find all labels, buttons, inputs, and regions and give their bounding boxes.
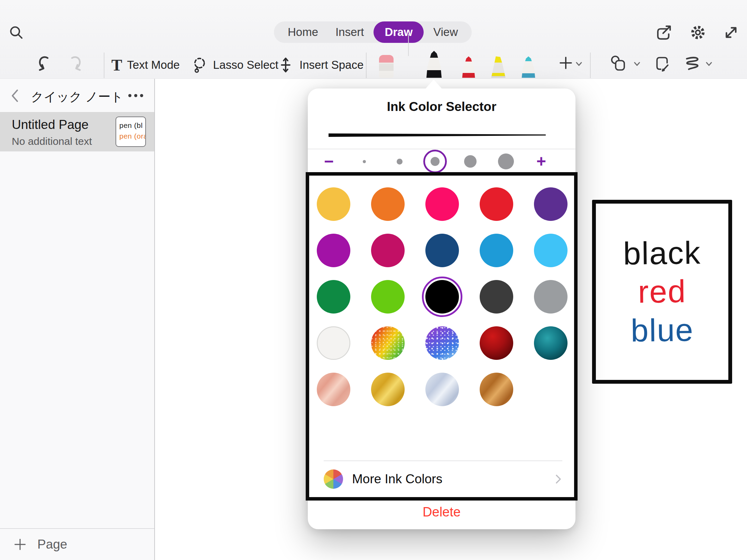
ink-replay-button[interactable] <box>683 55 701 73</box>
decrease-size-button[interactable]: − <box>321 153 337 170</box>
sidebar: クイック ノート Untitled Page No additional tex… <box>0 79 155 560</box>
size-dot-2[interactable] <box>392 153 408 169</box>
page-list-item[interactable]: Untitled Page No additional text pen (bl… <box>0 112 154 151</box>
notebook-menu-button[interactable] <box>128 94 143 97</box>
swatch-lime-green[interactable] <box>371 280 405 314</box>
pen-divider <box>408 34 409 56</box>
pen-red[interactable] <box>461 56 476 78</box>
swatch-sky-blue[interactable] <box>534 234 568 267</box>
fullscreen-button[interactable] <box>721 23 741 42</box>
pencil-teal[interactable] <box>521 56 536 78</box>
undo-icon <box>35 55 53 73</box>
expand-icon <box>721 23 741 42</box>
add-pen-chevron[interactable] <box>575 61 583 67</box>
shapes-icon <box>610 55 628 73</box>
shapes-button[interactable] <box>610 55 628 73</box>
lasso-select-label: Lasso Select <box>213 58 278 72</box>
size-dot-1[interactable] <box>356 153 372 169</box>
popup-tail <box>425 80 442 89</box>
ink-annotation-button[interactable] <box>654 55 672 73</box>
ink-drawing-box: blackredblue <box>592 200 732 384</box>
search-button[interactable] <box>8 24 26 42</box>
swatch-rainbow-glitter[interactable] <box>371 326 405 360</box>
top-bar: HomeInsertDrawView T Text Mod <box>0 0 747 79</box>
ink-word-blue: blue <box>630 312 694 348</box>
ink-annotation-icon <box>654 55 672 73</box>
ribbon-divider <box>590 53 591 78</box>
size-dot-fill <box>431 157 440 166</box>
size-dot-3[interactable] <box>427 153 443 169</box>
swatch-dark-gray[interactable] <box>480 280 513 314</box>
swatch-white[interactable] <box>317 326 350 360</box>
tab-insert[interactable]: Insert <box>328 21 372 43</box>
tab-home[interactable]: Home <box>280 21 326 43</box>
ink-replay-chevron[interactable] <box>705 61 713 67</box>
size-dot-fill <box>464 155 477 168</box>
chevron-down-icon <box>575 61 583 67</box>
swatch-gold[interactable] <box>371 373 405 406</box>
swatch-red[interactable] <box>480 187 513 221</box>
pen-rack <box>379 0 536 78</box>
shapes-chevron[interactable] <box>633 61 641 67</box>
swatch-navy-blue[interactable] <box>425 234 459 267</box>
divider <box>308 149 575 149</box>
share-icon <box>655 23 674 42</box>
swatch-yellow[interactable] <box>317 187 350 221</box>
undo-button[interactable] <box>35 55 53 73</box>
redo-button[interactable] <box>66 55 84 73</box>
add-page-button[interactable]: Page <box>0 528 154 560</box>
popup-title: Ink Color Selector <box>308 100 575 114</box>
swatch-red-marble[interactable] <box>480 326 513 360</box>
size-dot-4[interactable] <box>462 153 478 169</box>
ink-color-selector-popup: Ink Color Selector − + More Ink Colors D… <box>308 88 575 529</box>
insert-space-icon <box>277 56 295 74</box>
settings-button[interactable] <box>688 23 708 42</box>
swatch-silver[interactable] <box>425 373 459 406</box>
share-button[interactable] <box>655 23 674 42</box>
eraser[interactable] <box>379 55 394 78</box>
chevron-right-icon <box>555 474 562 485</box>
ribbon-divider <box>104 53 104 78</box>
sidebar-header: クイック ノート <box>0 79 154 112</box>
search-icon <box>8 24 26 42</box>
ellipsis-icon <box>128 94 131 97</box>
swatch-pink[interactable] <box>425 187 459 221</box>
more-ink-colors-label: More Ink Colors <box>352 472 546 486</box>
add-pen-button[interactable] <box>557 55 574 71</box>
plus-icon <box>12 537 28 552</box>
lasso-select-button[interactable]: Lasso Select <box>190 52 278 78</box>
page-thumbnail: pen (blpen (ora <box>116 116 146 147</box>
stroke-width-preview <box>329 133 546 138</box>
thumbnail-ink-line: pen (ora <box>119 131 145 141</box>
swatch-raspberry[interactable] <box>371 234 405 267</box>
topbar-actions <box>655 23 741 42</box>
swatch-purple[interactable] <box>534 187 568 221</box>
increase-size-button[interactable]: + <box>533 153 549 170</box>
highlighter-yellow[interactable] <box>490 56 506 78</box>
swatch-blue[interactable] <box>480 234 513 267</box>
chevron-down-icon <box>633 61 641 67</box>
add-page-label: Page <box>37 537 67 552</box>
redo-icon <box>66 55 84 73</box>
ribbon-divider <box>366 53 367 78</box>
ink-word-red: red <box>638 274 686 310</box>
swatch-gray[interactable] <box>534 280 568 314</box>
ink-word-black: black <box>623 235 701 271</box>
plus-icon <box>557 55 574 71</box>
swatch-rose-gold[interactable] <box>317 373 350 406</box>
swatch-ocean-marble[interactable] <box>534 326 568 360</box>
pen-black[interactable] <box>425 51 443 78</box>
more-ink-colors-button[interactable]: More Ink Colors <box>324 460 562 497</box>
swatch-black[interactable] <box>425 280 459 314</box>
delete-pen-button[interactable]: Delete <box>308 503 575 521</box>
swatch-violet[interactable] <box>317 234 350 267</box>
swatch-orange[interactable] <box>371 187 405 221</box>
insert-space-button[interactable]: Insert Space <box>277 52 363 78</box>
text-mode-label: Text Mode <box>127 58 179 72</box>
swatch-bronze[interactable] <box>480 373 513 406</box>
size-dot-fill <box>498 153 514 169</box>
swatch-green[interactable] <box>317 280 350 314</box>
swatch-galaxy[interactable] <box>425 326 459 360</box>
text-mode-button[interactable]: T Text Mode <box>111 52 180 78</box>
size-dot-5[interactable] <box>498 153 514 169</box>
